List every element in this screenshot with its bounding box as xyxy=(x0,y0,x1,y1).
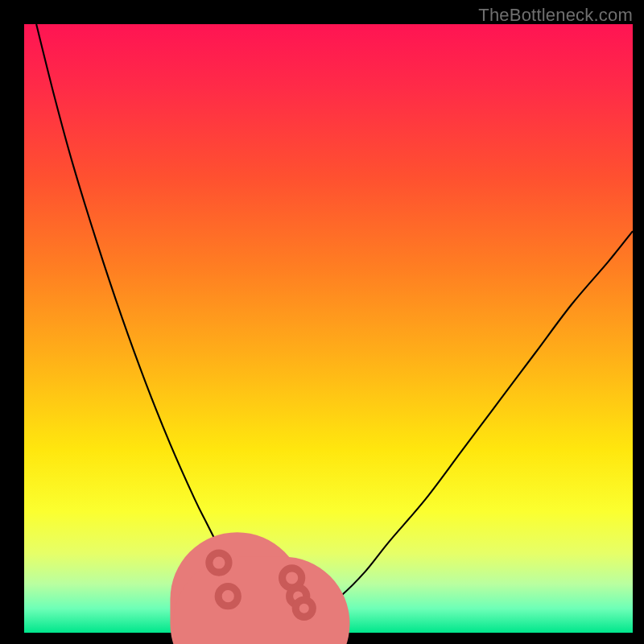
chart-svg xyxy=(24,24,633,633)
curve-path xyxy=(36,24,633,628)
marker-dot-4 xyxy=(295,600,312,617)
marker-group xyxy=(209,553,313,624)
plot-area xyxy=(24,24,633,633)
marker-dot-0 xyxy=(209,553,229,572)
watermark-text: TheBottleneck.com xyxy=(478,5,633,26)
chart-frame: TheBottleneck.com xyxy=(0,0,644,644)
marker-dot-1 xyxy=(218,587,237,606)
